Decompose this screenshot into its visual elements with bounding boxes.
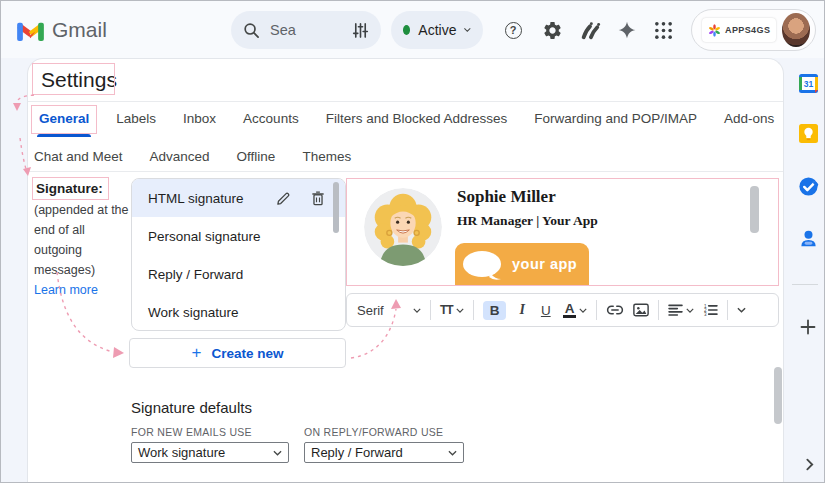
gemini-button[interactable] [616, 19, 638, 41]
gmail-logo: Gmail [17, 18, 107, 42]
tab-offline[interactable]: Offline [237, 147, 276, 166]
extension-button[interactable] [579, 19, 601, 41]
numbered-list-button[interactable]: 123 [703, 304, 718, 316]
create-new-label: Create new [211, 346, 283, 361]
preview-scrollbar[interactable] [750, 186, 759, 233]
font-size-icon: TT [440, 303, 453, 317]
divider [28, 101, 783, 102]
on-reply-forward-select[interactable]: Reply / Forward [304, 442, 464, 463]
signature-name: Sophie Miller [457, 187, 556, 207]
workspace-badge: APPS4GS [702, 18, 776, 42]
status-label: Active [418, 22, 456, 38]
insert-image-button[interactable] [633, 303, 649, 317]
signature-item-personal[interactable]: Personal signature [132, 217, 345, 255]
keep-icon [798, 123, 819, 144]
signature-item-reply-forward[interactable]: Reply / Forward [132, 256, 345, 294]
signature-item-label: Reply / Forward [148, 267, 331, 282]
tab-themes[interactable]: Themes [302, 147, 351, 166]
toolbar-separator [658, 300, 659, 320]
speech-bubble-icon [461, 249, 507, 285]
text-color-button[interactable]: A [563, 302, 588, 318]
status-selector[interactable]: Active [391, 11, 483, 49]
tab-inbox[interactable]: Inbox [183, 109, 216, 128]
keep-button[interactable] [798, 123, 819, 144]
search-bar[interactable]: Sea [231, 11, 381, 49]
signature-item-html[interactable]: HTML signature [132, 179, 345, 217]
banner-label: your app [512, 256, 577, 272]
account-pill[interactable]: APPS4GS [691, 9, 816, 51]
tasks-icon [798, 176, 819, 197]
tab-addons[interactable]: Add-ons [724, 109, 774, 128]
tab-filters[interactable]: Filters and Blocked Addresses [326, 109, 508, 128]
page-title: Settings [41, 68, 117, 92]
tab-advanced[interactable]: Advanced [150, 147, 210, 166]
signature-item-work[interactable]: Work signature [132, 294, 345, 331]
tune-icon[interactable] [352, 22, 369, 39]
signature-preview[interactable]: Sophie Miller HR Manager | Your App your… [346, 178, 779, 286]
for-new-emails-label: FOR NEW EMAILS USE [131, 426, 252, 438]
side-panel-divider [792, 284, 818, 285]
profile-photo[interactable] [782, 13, 810, 47]
align-button[interactable] [668, 304, 694, 316]
link-icon [606, 304, 624, 316]
edit-pencil-icon[interactable] [276, 191, 291, 206]
signature-note-line: messages) [34, 260, 134, 280]
tab-accounts[interactable]: Accounts [243, 109, 299, 128]
signature-item-actions [276, 191, 325, 206]
insert-link-button[interactable] [606, 304, 624, 316]
pinwheel-logo-icon [708, 24, 721, 37]
signature-avatar [364, 188, 442, 266]
app-name: Gmail [52, 18, 107, 42]
calendar-button[interactable]: 31 [798, 73, 819, 94]
tab-chat-meet[interactable]: Chat and Meet [34, 147, 123, 166]
on-reply-forward-value: Reply / Forward [311, 445, 403, 460]
delete-trash-icon[interactable] [311, 191, 325, 206]
chevron-down-icon [579, 308, 587, 313]
settings-gear-icon [542, 20, 563, 41]
for-new-emails-value: Work signature [138, 445, 225, 460]
search-input[interactable]: Sea [270, 22, 342, 38]
toolbar-separator [727, 300, 728, 320]
calendar-icon: 31 [798, 73, 819, 94]
active-status-dot [403, 25, 410, 35]
collapse-side-panel-button[interactable] [803, 457, 817, 471]
font-size-button[interactable]: TT [440, 303, 464, 317]
signature-section-label: Signature: [36, 181, 103, 196]
help-button[interactable]: ? [502, 19, 524, 41]
text-color-icon: A [563, 302, 577, 318]
numbered-list-icon: 123 [703, 304, 718, 316]
help-icon: ? [505, 22, 522, 39]
gemini-sparkle-icon [617, 20, 637, 40]
signature-list-scrollbar[interactable] [333, 182, 339, 233]
main-scrollbar[interactable] [774, 367, 782, 424]
tasks-button[interactable] [798, 176, 819, 197]
collapse-chevron-icon [803, 458, 816, 471]
chevron-down-icon [737, 307, 746, 313]
apps-button[interactable] [652, 19, 674, 41]
toolbar-separator [430, 300, 431, 320]
underline-button[interactable]: U [538, 303, 554, 318]
top-bar: Gmail Sea Active ? [1, 1, 824, 58]
contacts-button[interactable] [798, 228, 819, 249]
settings-button[interactable] [541, 19, 563, 41]
for-new-emails-select[interactable]: Work signature [131, 442, 289, 463]
tab-labels[interactable]: Labels [116, 109, 156, 128]
italic-button[interactable]: I [515, 302, 528, 318]
get-addons-button[interactable] [800, 319, 816, 335]
signature-item-label: Personal signature [148, 229, 331, 244]
signature-note-line: (appended at the [34, 200, 134, 220]
settings-tabs-row2: Chat and Meet Advanced Offline Themes [34, 147, 351, 166]
chevron-down-icon [448, 450, 457, 456]
extension-icon [579, 20, 601, 40]
font-family-selector[interactable]: Serif [357, 303, 421, 318]
more-formatting-button[interactable] [737, 307, 746, 313]
svg-text:31: 31 [804, 79, 814, 89]
signature-list: HTML signature Personal signature Reply … [131, 178, 346, 331]
create-new-button[interactable]: + Create new [129, 338, 346, 368]
tab-forwarding[interactable]: Forwarding and POP/IMAP [534, 109, 697, 128]
tab-general[interactable]: General [39, 109, 89, 128]
learn-more-link[interactable]: Learn more [34, 280, 134, 300]
signature-role: HR Manager | Your App [457, 213, 598, 229]
toolbar-separator [473, 300, 474, 320]
bold-button[interactable]: B [483, 301, 507, 320]
